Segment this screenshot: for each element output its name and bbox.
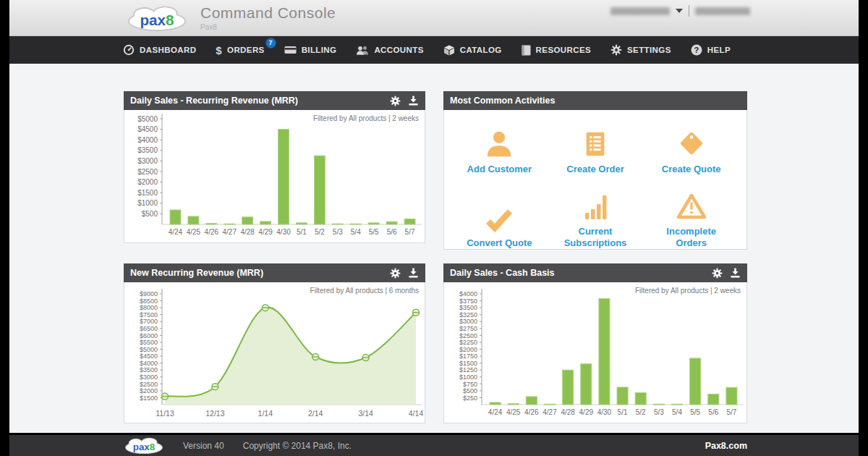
svg-text:$1250: $1250 [459, 366, 477, 373]
svg-text:$8500: $8500 [140, 297, 158, 305]
activity-label: Incomplete Orders [652, 226, 731, 250]
svg-text:?: ? [694, 46, 699, 54]
svg-text:$3000: $3000 [137, 157, 158, 165]
svg-text:$1000: $1000 [459, 373, 477, 381]
panel-header: Daily Sales - Cash Basis [443, 263, 747, 282]
version-label: Version 40 [183, 441, 224, 451]
panel-daily-sales-mrr: Daily Sales - Recurring Revenue (MRR) Fi… [124, 91, 425, 243]
svg-text:$3500: $3500 [137, 146, 158, 154]
svg-text:$3500: $3500 [140, 366, 158, 373]
svg-text:5/7: 5/7 [405, 228, 415, 236]
activity-create-order[interactable]: Create Order [548, 120, 644, 175]
svg-text:4/14: 4/14 [409, 409, 424, 418]
activity-add-customer[interactable]: Add Customer [451, 120, 548, 175]
gear-icon[interactable] [712, 268, 723, 279]
nav-item-billing[interactable]: BILLING [284, 45, 337, 55]
svg-text:4/27: 4/27 [542, 408, 557, 416]
price-tag-icon [676, 125, 707, 159]
svg-text:$3500: $3500 [459, 304, 477, 311]
nav-label: ACCOUNTS [374, 46, 423, 54]
chevron-down-icon[interactable] [676, 9, 683, 13]
nav-item-orders[interactable]: $ ORDERS 7 [216, 45, 264, 56]
order-form-icon [582, 125, 609, 159]
nav-label: DASHBOARD [140, 46, 196, 54]
svg-text:5/2: 5/2 [315, 228, 325, 236]
nav-label: CATALOG [460, 46, 502, 54]
activity-create-quote[interactable]: Create Quote [643, 120, 739, 175]
dashboard-content: Daily Sales - Recurring Revenue (MRR) Fi… [9, 64, 859, 433]
filter-label: Filtered by All products | 6 months [310, 287, 419, 295]
svg-text:5/5: 5/5 [690, 408, 700, 416]
header: pax8 Command Console Pax8 [9, 0, 859, 36]
svg-text:5/6: 5/6 [387, 228, 397, 236]
activity-incomplete-orders[interactable]: Incomplete Orders [643, 182, 739, 249]
cube-icon [443, 45, 455, 56]
svg-text:$6000: $6000 [140, 332, 158, 339]
credit-card-icon [284, 45, 297, 55]
activity-label: Add Customer [467, 164, 532, 175]
nav-item-dashboard[interactable]: DASHBOARD [123, 44, 196, 56]
svg-text:$3750: $3750 [459, 297, 477, 305]
nav-label: BILLING [302, 46, 337, 54]
svg-text:$4000: $4000 [459, 290, 477, 297]
gear-icon[interactable] [390, 268, 401, 279]
panel-header: Daily Sales - Recurring Revenue (MRR) [124, 91, 425, 110]
activity-convert-quote[interactable]: Convert Quote [451, 182, 548, 249]
nav-label: RESOURCES [536, 46, 591, 54]
svg-text:$2250: $2250 [459, 339, 477, 346]
nav-label: HELP [707, 46, 731, 54]
svg-text:4/29: 4/29 [579, 408, 594, 416]
svg-text:$7500: $7500 [140, 311, 158, 318]
svg-text:$500: $500 [142, 210, 158, 218]
app-window: pax8 Command Console Pax8 DASHBOARD $ OR… [9, 0, 859, 456]
gear-icon[interactable] [390, 96, 401, 106]
pax8-com-link[interactable]: Pax8.com [705, 441, 747, 451]
svg-text:$5000: $5000 [140, 346, 158, 353]
nav-item-catalog[interactable]: CATALOG [443, 45, 502, 56]
download-icon[interactable] [408, 268, 419, 278]
svg-text:11/13: 11/13 [156, 409, 174, 418]
nav-item-help[interactable]: ? HELP [691, 44, 731, 56]
users-icon [356, 45, 369, 55]
svg-text:4/24: 4/24 [488, 408, 503, 416]
header-divider [689, 5, 689, 17]
help-circle-icon: ? [691, 44, 702, 56]
activity-current-subscriptions[interactable]: Current Subscriptions [548, 182, 644, 249]
svg-text:$3000: $3000 [459, 318, 477, 325]
svg-text:$5500: $5500 [140, 339, 158, 346]
panel-new-recurring-revenue: New Recurring Revenue (MRR) Filtered by … [124, 263, 425, 423]
svg-text:$1000: $1000 [137, 199, 158, 207]
svg-text:12/13: 12/13 [205, 409, 224, 418]
daily-sales-cash-basis-bar-chart: $250$500$750$1000$1250$1500$1750$2000$22… [444, 282, 746, 423]
orders-count-badge: 7 [265, 38, 276, 48]
svg-text:$750: $750 [463, 381, 477, 388]
bar-chart-icon [581, 187, 610, 221]
main-nav: DASHBOARD $ ORDERS 7 BILLING ACCOUNTS CA… [9, 36, 859, 64]
nav-item-resources[interactable]: RESOURCES [522, 45, 591, 56]
svg-text:$6500: $6500 [140, 325, 158, 332]
pax8-cloud-logo-icon: pax8 [125, 4, 189, 32]
copyright-label: Copyright © 2014 Pax8, Inc. [243, 441, 352, 451]
user-icon [484, 125, 514, 159]
svg-text:5/1: 5/1 [618, 408, 628, 416]
nav-item-accounts[interactable]: ACCOUNTS [356, 45, 423, 55]
download-icon[interactable] [408, 96, 419, 106]
download-icon[interactable] [730, 268, 741, 278]
activities-grid: Add Customer Create Order Create Quote C… [443, 110, 747, 250]
svg-text:2/14: 2/14 [308, 409, 323, 418]
svg-text:5/3: 5/3 [654, 408, 664, 416]
svg-text:5/3: 5/3 [333, 228, 343, 236]
new-recurring-revenue-area-chart: $1500$2000$2500$3000$3500$4000$4500$5000… [124, 282, 425, 423]
svg-text:4/29: 4/29 [258, 228, 273, 236]
svg-text:4/26: 4/26 [524, 408, 539, 416]
page-title: Command Console [200, 4, 336, 22]
svg-text:$500: $500 [463, 387, 477, 394]
svg-text:pax8: pax8 [133, 442, 156, 452]
svg-text:5/6: 5/6 [708, 408, 718, 416]
user-name-redacted [695, 7, 750, 15]
panel-title: Daily Sales - Cash Basis [450, 268, 555, 278]
svg-text:4/25: 4/25 [506, 408, 521, 416]
svg-text:$4500: $4500 [140, 352, 158, 360]
daily-sales-mrr-bar-chart: $500$1000$1500$2000$2500$3000$3500$4000$… [124, 110, 425, 243]
nav-item-settings[interactable]: SETTINGS [610, 44, 671, 56]
